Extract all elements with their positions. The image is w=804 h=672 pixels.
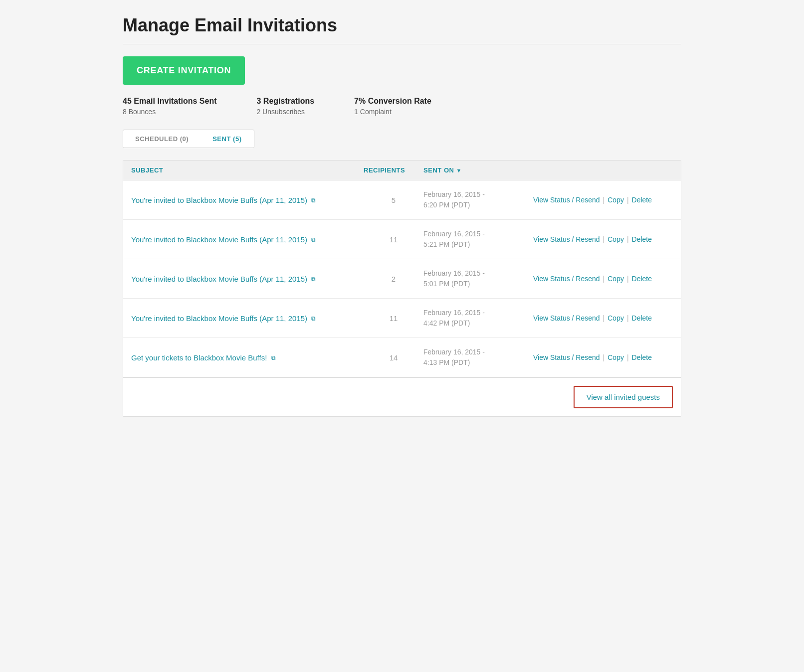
subject-cell: You're invited to Blackbox Movie Buffs (… bbox=[131, 234, 364, 245]
copy-link[interactable]: Copy bbox=[607, 196, 624, 204]
stat-invitations-sent: 45 Email Invitations Sent 8 Bounces bbox=[123, 97, 217, 116]
table-footer: View all invited guests bbox=[123, 377, 681, 416]
view-status-resend-link[interactable]: View Status / Resend bbox=[533, 353, 600, 361]
external-link-icon: ⧉ bbox=[311, 275, 316, 284]
external-link-icon: ⧉ bbox=[311, 196, 316, 205]
stat-registrations: 3 Registrations 2 Unsubscribes bbox=[257, 97, 315, 116]
table-row: You're invited to Blackbox Movie Buffs (… bbox=[123, 259, 681, 299]
subject-cell: You're invited to Blackbox Movie Buffs (… bbox=[131, 313, 364, 324]
view-status-resend-link[interactable]: View Status / Resend bbox=[533, 314, 600, 322]
page-title: Manage Email Invitations bbox=[123, 15, 681, 36]
delete-link[interactable]: Delete bbox=[632, 353, 652, 361]
date-cell: February 16, 2015 - 5:01 PM (PDT) bbox=[423, 268, 533, 289]
subject-link[interactable]: You're invited to Blackbox Movie Buffs (… bbox=[131, 314, 316, 323]
recipients-cell: 5 bbox=[364, 196, 423, 204]
subject-cell: You're invited to Blackbox Movie Buffs (… bbox=[131, 195, 364, 205]
table-header: SUBJECT RECIPIENTS SENT ON ▼ bbox=[123, 161, 681, 180]
actions-cell: View Status / Resend | Copy | Delete bbox=[533, 314, 673, 322]
sort-arrow-icon: ▼ bbox=[456, 168, 461, 173]
tabs-row: SCHEDULED (0) SENT (5) bbox=[123, 130, 254, 148]
copy-link[interactable]: Copy bbox=[607, 275, 624, 283]
stat-registrations-sub: 2 Unsubscribes bbox=[257, 108, 315, 116]
subject-link[interactable]: Get your tickets to Blackbox Movie Buffs… bbox=[131, 353, 276, 362]
stat-conversion: 7% Conversion Rate 1 Complaint bbox=[354, 97, 431, 116]
delete-link[interactable]: Delete bbox=[632, 235, 652, 243]
subject-link[interactable]: You're invited to Blackbox Movie Buffs (… bbox=[131, 235, 316, 244]
stat-registrations-main: 3 Registrations bbox=[257, 97, 315, 106]
tab-scheduled[interactable]: SCHEDULED (0) bbox=[123, 130, 201, 148]
subject-cell: Get your tickets to Blackbox Movie Buffs… bbox=[131, 352, 364, 363]
external-link-icon: ⧉ bbox=[311, 315, 316, 323]
col-recipients-header: RECIPIENTS bbox=[364, 167, 423, 174]
table-row: You're invited to Blackbox Movie Buffs (… bbox=[123, 180, 681, 220]
date-cell: February 16, 2015 - 4:42 PM (PDT) bbox=[423, 308, 533, 329]
view-status-resend-link[interactable]: View Status / Resend bbox=[533, 235, 600, 243]
invitations-table: SUBJECT RECIPIENTS SENT ON ▼ You're invi… bbox=[123, 160, 681, 417]
actions-cell: View Status / Resend | Copy | Delete bbox=[533, 196, 673, 204]
tab-sent[interactable]: SENT (5) bbox=[201, 130, 253, 148]
stats-row: 45 Email Invitations Sent 8 Bounces 3 Re… bbox=[123, 97, 681, 116]
subject-cell: You're invited to Blackbox Movie Buffs (… bbox=[131, 274, 364, 284]
date-cell: February 16, 2015 - 5:21 PM (PDT) bbox=[423, 229, 533, 250]
external-link-icon: ⧉ bbox=[271, 354, 276, 362]
recipients-cell: 2 bbox=[364, 275, 423, 283]
col-actions-header bbox=[533, 167, 673, 174]
view-status-resend-link[interactable]: View Status / Resend bbox=[533, 196, 600, 204]
date-cell: February 16, 2015 - 4:13 PM (PDT) bbox=[423, 347, 533, 368]
delete-link[interactable]: Delete bbox=[632, 196, 652, 204]
actions-cell: View Status / Resend | Copy | Delete bbox=[533, 235, 673, 243]
subject-link[interactable]: You're invited to Blackbox Movie Buffs (… bbox=[131, 275, 316, 283]
page-container: Manage Email Invitations CREATE INVITATI… bbox=[103, 0, 701, 672]
subject-link[interactable]: You're invited to Blackbox Movie Buffs (… bbox=[131, 196, 316, 204]
external-link-icon: ⧉ bbox=[311, 236, 316, 244]
recipients-cell: 14 bbox=[364, 353, 423, 362]
copy-link[interactable]: Copy bbox=[607, 353, 624, 361]
table-row: Get your tickets to Blackbox Movie Buffs… bbox=[123, 338, 681, 377]
delete-link[interactable]: Delete bbox=[632, 314, 652, 322]
table-row: You're invited to Blackbox Movie Buffs (… bbox=[123, 220, 681, 259]
recipients-cell: 11 bbox=[364, 235, 423, 244]
copy-link[interactable]: Copy bbox=[607, 314, 624, 322]
stat-conversion-sub: 1 Complaint bbox=[354, 108, 431, 116]
col-subject-header: SUBJECT bbox=[131, 167, 364, 174]
view-status-resend-link[interactable]: View Status / Resend bbox=[533, 275, 600, 283]
actions-cell: View Status / Resend | Copy | Delete bbox=[533, 353, 673, 361]
actions-cell: View Status / Resend | Copy | Delete bbox=[533, 275, 673, 283]
recipients-cell: 11 bbox=[364, 314, 423, 323]
copy-link[interactable]: Copy bbox=[607, 235, 624, 243]
stat-invitations-main: 45 Email Invitations Sent bbox=[123, 97, 217, 106]
table-row: You're invited to Blackbox Movie Buffs (… bbox=[123, 299, 681, 338]
stat-invitations-sub: 8 Bounces bbox=[123, 108, 217, 116]
date-cell: February 16, 2015 - 6:20 PM (PDT) bbox=[423, 189, 533, 210]
col-senton-header[interactable]: SENT ON ▼ bbox=[423, 167, 533, 174]
delete-link[interactable]: Delete bbox=[632, 275, 652, 283]
view-all-invited-guests-button[interactable]: View all invited guests bbox=[574, 386, 673, 408]
title-divider bbox=[123, 44, 681, 44]
stat-conversion-main: 7% Conversion Rate bbox=[354, 97, 431, 106]
create-invitation-button[interactable]: CREATE INVITATION bbox=[123, 56, 245, 85]
